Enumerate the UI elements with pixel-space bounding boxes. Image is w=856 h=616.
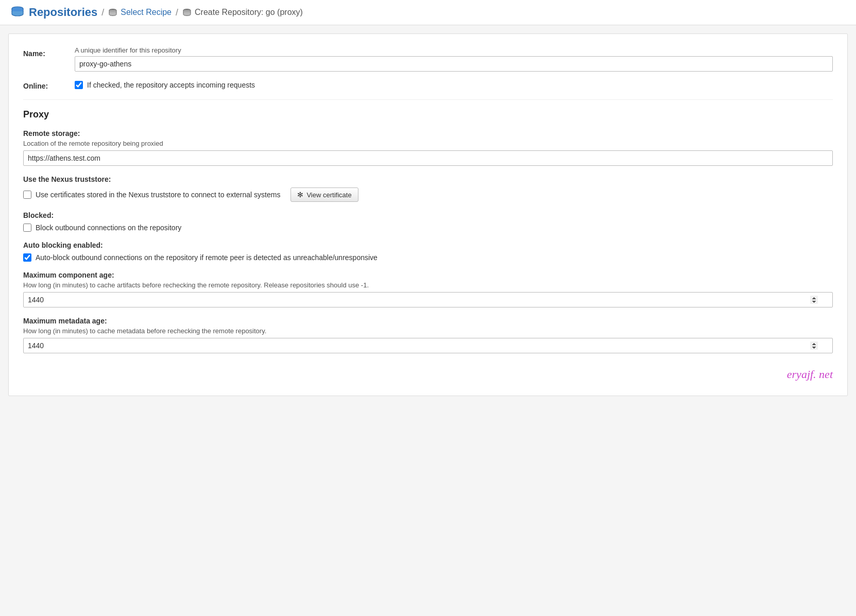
create-repo-icon: [182, 8, 192, 17]
max-component-age-input[interactable]: [23, 292, 833, 307]
blocked-block: Blocked: Block outbound connections on t…: [23, 211, 833, 232]
remote-storage-label: Remote storage:: [23, 129, 833, 138]
max-component-age-label: Maximum component age:: [23, 271, 833, 279]
blocked-checkbox-row: Block outbound connections on the reposi…: [23, 221, 833, 232]
remote-storage-block: Remote storage: Location of the remote r…: [23, 129, 833, 166]
view-certificate-button[interactable]: ✻ View certificate: [290, 187, 358, 202]
remote-storage-hint: Location of the remote repository being …: [23, 140, 833, 147]
auto-blocking-block: Auto blocking enabled: Auto-block outbou…: [23, 241, 833, 262]
online-row: Online: If checked, the repository accep…: [23, 79, 833, 90]
max-component-age-block: Maximum component age: How long (in minu…: [23, 271, 833, 307]
proxy-heading: Proxy: [23, 109, 833, 120]
repositories-icon: [10, 5, 25, 20]
breadcrumb-current-label: Create Repository: go (proxy): [195, 8, 303, 17]
name-row: Name: A unique identifier for this repos…: [23, 46, 833, 72]
online-checkbox[interactable]: [75, 81, 83, 89]
breadcrumb-select-recipe-label[interactable]: Select Recipe: [121, 8, 172, 17]
auto-blocking-checkbox-row: Auto-block outbound connections on the r…: [23, 251, 833, 262]
truststore-checkbox[interactable]: [23, 191, 31, 199]
certificate-icon: ✻: [297, 191, 303, 199]
page-header: Repositories / Select Recipe / Create Re…: [0, 0, 856, 25]
max-metadata-age-wrap: [23, 338, 833, 353]
name-content: A unique identifier for this repository: [75, 46, 833, 72]
blocked-label: Blocked:: [23, 211, 833, 219]
max-component-age-wrap: [23, 292, 833, 307]
truststore-checkbox-row: Use certificates stored in the Nexus tru…: [23, 185, 833, 202]
online-label: Online:: [23, 79, 75, 90]
max-metadata-age-label: Maximum metadata age:: [23, 317, 833, 325]
name-label: Name:: [23, 46, 75, 58]
online-content: If checked, the repository accepts incom…: [75, 79, 833, 89]
blocked-checkbox[interactable]: [23, 224, 31, 232]
auto-blocking-label: Auto blocking enabled:: [23, 241, 833, 249]
main-content: Name: A unique identifier for this repos…: [8, 33, 848, 396]
name-hint: A unique identifier for this repository: [75, 46, 833, 54]
truststore-block: Use the Nexus truststore: Use certificat…: [23, 175, 833, 202]
repositories-title: Repositories: [29, 6, 97, 19]
watermark: eryajf. net: [23, 363, 833, 383]
auto-blocking-hint: Auto-block outbound connections on the r…: [36, 253, 378, 262]
auto-blocking-checkbox[interactable]: [23, 253, 31, 262]
sep-1: /: [101, 7, 104, 18]
name-input[interactable]: [75, 56, 833, 72]
max-metadata-age-input[interactable]: [23, 338, 833, 353]
section-divider: [23, 99, 833, 100]
max-metadata-age-block: Maximum metadata age: How long (in minut…: [23, 317, 833, 353]
breadcrumb-current: Create Repository: go (proxy): [182, 8, 303, 17]
online-checkbox-row: If checked, the repository accepts incom…: [75, 79, 833, 89]
sep-2: /: [176, 7, 178, 18]
view-cert-label: View certificate: [306, 191, 351, 199]
max-metadata-age-hint: How long (in minutes) to cache metadata …: [23, 327, 833, 335]
blocked-hint: Block outbound connections on the reposi…: [36, 224, 181, 232]
truststore-label: Use the Nexus truststore:: [23, 175, 833, 183]
max-component-age-hint: How long (in minutes) to cache artifacts…: [23, 281, 833, 289]
remote-storage-input[interactable]: [23, 150, 833, 166]
breadcrumb-select-recipe[interactable]: Select Recipe: [108, 8, 172, 17]
select-recipe-icon: [108, 8, 117, 17]
truststore-hint: Use certificates stored in the Nexus tru…: [36, 191, 280, 199]
online-hint: If checked, the repository accepts incom…: [87, 81, 255, 89]
